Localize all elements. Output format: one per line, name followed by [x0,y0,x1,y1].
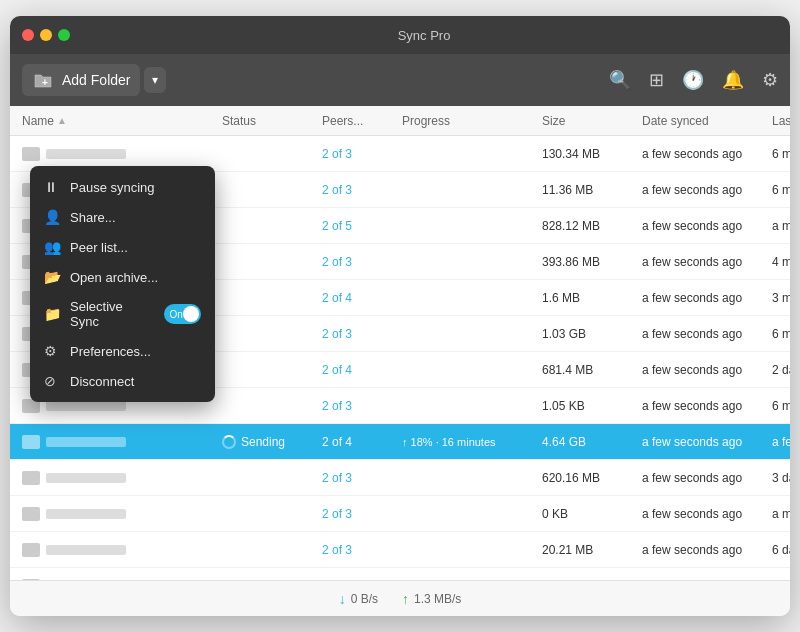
menu-item-pause-syncing[interactable]: ⏸ Pause syncing [30,172,215,202]
table-row[interactable]: 2 of 3 0 KB a few seconds ago a month ag… [10,496,790,532]
share-person-icon: 👤 [44,209,60,225]
menu-item-selective-sync[interactable]: 📁 Selective Sync On [30,292,215,336]
selective-sync-toggle[interactable]: On [164,304,201,324]
table-row[interactable]: 2 of 3 4.11 MB a few seconds ago 3 month… [10,568,790,580]
traffic-lights [22,29,70,41]
toolbar-icons: 🔍 ⊞ 🕐 🔔 ⚙ [609,69,778,91]
download-speed: ↓ 0 B/s [339,591,378,607]
main-window: Sync Pro + Add Folder ▾ 🔍 ⊞ 🕐 🔔 ⚙ Name ▲ [10,16,790,616]
maximize-button[interactable] [58,29,70,41]
add-folder-label: Add Folder [62,72,130,88]
table-row[interactable]: 2 of 3 620.16 MB a few seconds ago 3 day… [10,460,790,496]
search-icon[interactable]: 🔍 [609,69,631,91]
header-date-synced[interactable]: Date synced [642,114,772,128]
header-size[interactable]: Size [542,114,642,128]
sending-spinner [222,435,236,449]
toolbar: + Add Folder ▾ 🔍 ⊞ 🕐 🔔 ⚙ [10,54,790,106]
menu-label-peer-list: Peer list... [70,240,128,255]
history-icon[interactable]: 🕐 [682,69,704,91]
menu-label-selective-sync: Selective Sync [70,299,154,329]
menu-item-share[interactable]: 👤 Share... [30,202,215,232]
minimize-button[interactable] [40,29,52,41]
peer-list-icon: 👥 [44,239,60,255]
upload-speed: ↑ 1.3 MB/s [402,591,461,607]
dropdown-arrow-button[interactable]: ▾ [144,67,166,93]
pause-icon: ⏸ [44,179,60,195]
devices-icon[interactable]: ⊞ [649,69,664,91]
header-peers[interactable]: Peers... [322,114,402,128]
archive-icon: 📂 [44,269,60,285]
disconnect-icon: ⊘ [44,373,60,389]
menu-item-open-archive[interactable]: 📂 Open archive... [30,262,215,292]
download-arrow-icon: ↓ [339,591,346,607]
menu-label-open-archive: Open archive... [70,270,158,285]
title-bar: Sync Pro [10,16,790,54]
menu-item-disconnect[interactable]: ⊘ Disconnect [30,366,215,396]
menu-label-preferences: Preferences... [70,344,151,359]
toggle-knob [183,306,199,322]
header-progress[interactable]: Progress [402,114,542,128]
last-transferred-active: a few se... [772,435,790,449]
menu-label-pause: Pause syncing [70,180,155,195]
context-menu: ⏸ Pause syncing 👤 Share... 👥 Peer list..… [30,166,215,402]
header-name[interactable]: Name ▲ [22,114,222,128]
selective-sync-icon: 📁 [44,306,60,322]
status-label: Sending [241,435,285,449]
preferences-icon: ⚙ [44,343,60,359]
menu-item-preferences[interactable]: ⚙ Preferences... [30,336,215,366]
upload-arrow-icon: ↑ [402,591,409,607]
status-footer: ↓ 0 B/s ↑ 1.3 MB/s [10,580,790,616]
close-button[interactable] [22,29,34,41]
window-title: Sync Pro [70,28,778,43]
settings-icon[interactable]: ⚙ [762,69,778,91]
sort-arrow-icon: ▲ [57,115,67,126]
add-folder-icon: + [32,70,54,90]
active-table-row[interactable]: Sending 2 of 4 ↑ 18% · 16 minutes 4.64 G… [10,424,790,460]
table-header: Name ▲ Status Peers... Progress Size Dat… [10,106,790,136]
menu-item-peer-list[interactable]: 👥 Peer list... [30,232,215,262]
svg-text:+: + [42,77,48,88]
add-folder-button[interactable]: + Add Folder [22,64,140,96]
table-row[interactable]: 2 of 3 20.21 MB a few seconds ago 6 days… [10,532,790,568]
active-row-actions: a few se... ⬆ ⋮ [772,432,790,451]
menu-label-disconnect: Disconnect [70,374,134,389]
menu-label-share: Share... [70,210,116,225]
toggle-label: On [164,309,183,320]
header-status[interactable]: Status [222,114,322,128]
notifications-icon[interactable]: 🔔 [722,69,744,91]
header-last-transferred[interactable]: Last transferred [772,114,790,128]
